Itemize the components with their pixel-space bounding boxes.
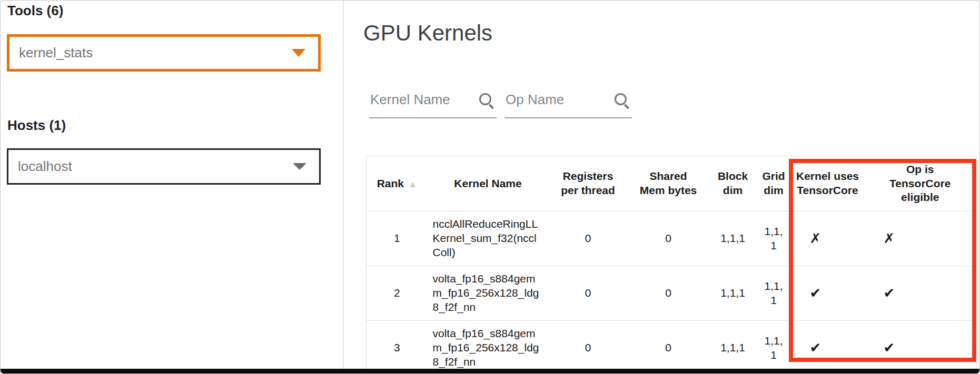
chevron-down-icon bbox=[292, 49, 305, 57]
op-name-search-field bbox=[504, 86, 632, 118]
cell-shared-mem-bytes: 0 bbox=[628, 266, 709, 321]
column-header-rank[interactable]: Rank▲ bbox=[367, 156, 428, 211]
page-title: GPU Kernels bbox=[363, 21, 492, 46]
cell-block-dim: 1,1,1 bbox=[709, 266, 757, 321]
cell-kernel-uses-tensorcore: ✔ bbox=[791, 266, 865, 321]
sort-ascending-icon: ▲ bbox=[408, 179, 417, 189]
column-header-shared-mem-bytes[interactable]: Shared Mem bytes bbox=[628, 156, 709, 211]
cell-op-is-tensorcore-eligible: ✗ bbox=[865, 211, 976, 266]
cell-op-is-tensorcore-eligible: ✔ bbox=[865, 321, 976, 374]
kernel-stats-table: Rank▲Kernel NameRegisters per threadShar… bbox=[366, 156, 976, 374]
hosts-dropdown[interactable]: localhost bbox=[7, 148, 321, 185]
tools-label: Tools (6) bbox=[7, 3, 63, 19]
search-icon bbox=[478, 93, 494, 110]
column-header-label: Registers per thread bbox=[561, 170, 615, 196]
tools-dropdown[interactable]: kernel_stats bbox=[7, 34, 321, 72]
profiler-page: Tools (6) kernel_stats Hosts (1) localho… bbox=[0, 0, 980, 374]
column-header-label: Op is TensorCore eligible bbox=[889, 163, 951, 204]
column-header-block-dim[interactable]: Block dim bbox=[709, 156, 757, 211]
column-header-kernel-uses-tensorcore[interactable]: Kernel uses TensorCore bbox=[791, 156, 865, 211]
cell-block-dim: 1,1,1 bbox=[709, 211, 757, 266]
hosts-dropdown-value: localhost bbox=[18, 158, 72, 175]
table-row: 2volta_fp16_s884gemm_fp16_256x128_ldg8_f… bbox=[367, 266, 976, 321]
column-header-label: Kernel uses TensorCore bbox=[796, 170, 859, 196]
column-header-label: Grid dim bbox=[762, 170, 785, 196]
cell-rank: 1 bbox=[367, 211, 428, 266]
cell-grid-dim: 1,1,1 bbox=[757, 211, 791, 266]
cell-kernel-uses-tensorcore: ✔ bbox=[791, 321, 865, 374]
column-header-label: Shared Mem bytes bbox=[640, 170, 697, 196]
pane-divider bbox=[343, 1, 344, 369]
column-header-op-is-tensorcore-eligible[interactable]: Op is TensorCore eligible bbox=[865, 156, 976, 211]
cell-kernel-uses-tensorcore: ✗ bbox=[791, 211, 865, 266]
table-row: 3volta_fp16_s884gemm_fp16_256x128_ldg8_f… bbox=[367, 321, 976, 374]
cell-shared-mem-bytes: 0 bbox=[628, 211, 709, 266]
cell-rank: 2 bbox=[367, 266, 428, 321]
column-header-registers-per-thread[interactable]: Registers per thread bbox=[549, 156, 628, 211]
cell-kernel-name: volta_fp16_s884gemm_fp16_256x128_ldg8_f2… bbox=[428, 321, 549, 374]
cell-kernel-name: ncclAllReduceRingLLKernel_sum_f32(ncclCo… bbox=[428, 211, 549, 266]
column-header-grid-dim[interactable]: Grid dim bbox=[757, 156, 791, 211]
column-header-label: Rank bbox=[377, 177, 404, 189]
cell-shared-mem-bytes: 0 bbox=[628, 321, 709, 374]
cell-kernel-name: volta_fp16_s884gemm_fp16_256x128_ldg8_f2… bbox=[428, 266, 549, 321]
cell-rank: 3 bbox=[367, 321, 428, 374]
column-header-label: Block dim bbox=[718, 170, 748, 196]
search-icon bbox=[613, 93, 630, 110]
cell-op-is-tensorcore-eligible: ✔ bbox=[865, 266, 976, 321]
chevron-down-icon bbox=[293, 163, 306, 170]
column-header-kernel-name[interactable]: Kernel Name bbox=[428, 156, 549, 211]
cell-registers-per-thread: 0 bbox=[549, 321, 628, 374]
cell-registers-per-thread: 0 bbox=[549, 266, 628, 321]
cell-grid-dim: 1,1,1 bbox=[757, 321, 791, 374]
kernel-name-search-field bbox=[369, 86, 497, 118]
cell-registers-per-thread: 0 bbox=[549, 211, 628, 266]
tools-dropdown-value: kernel_stats bbox=[19, 45, 93, 61]
bottom-bar bbox=[1, 369, 980, 374]
cell-block-dim: 1,1,1 bbox=[709, 321, 757, 374]
cell-grid-dim: 1,1,1 bbox=[757, 266, 791, 321]
column-header-label: Kernel Name bbox=[454, 177, 521, 189]
hosts-label: Hosts (1) bbox=[7, 117, 66, 134]
table-row: 1ncclAllReduceRingLLKernel_sum_f32(ncclC… bbox=[367, 211, 976, 266]
table-header-row: Rank▲Kernel NameRegisters per threadShar… bbox=[367, 156, 976, 211]
